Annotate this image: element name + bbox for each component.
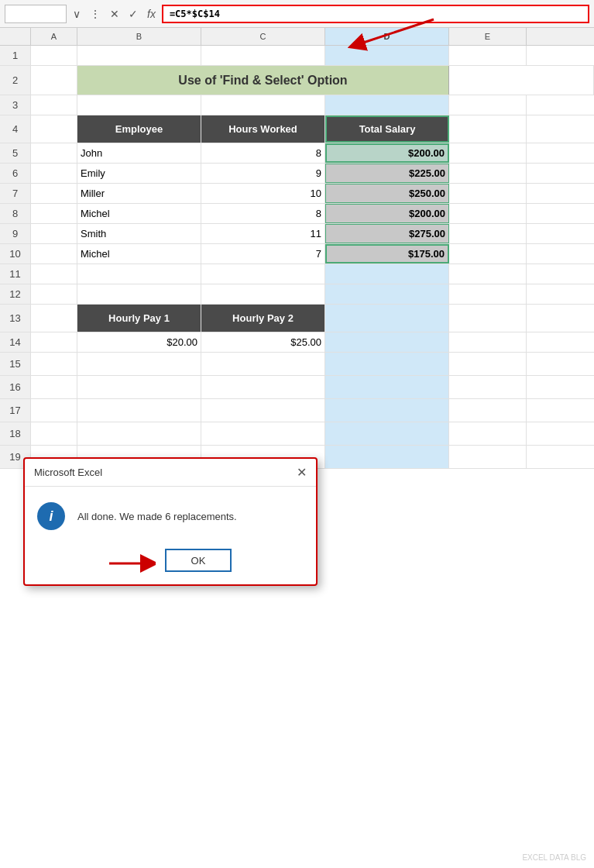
- cell-a5[interactable]: [31, 143, 77, 163]
- cell-d18[interactable]: [325, 422, 449, 445]
- cell-c1[interactable]: [201, 46, 325, 65]
- cell-a14[interactable]: [31, 332, 77, 352]
- cell-c5[interactable]: 8: [201, 143, 325, 163]
- cell-d9[interactable]: $275.00: [325, 224, 449, 243]
- cell-d7[interactable]: $250.00: [325, 184, 449, 203]
- cell-a13[interactable]: [31, 305, 77, 332]
- cell-a12[interactable]: [31, 284, 77, 304]
- cell-d14[interactable]: [325, 332, 449, 352]
- cell-c18[interactable]: [201, 422, 325, 445]
- cell-b18[interactable]: [77, 422, 201, 445]
- cell-d10[interactable]: $175.00: [325, 244, 449, 264]
- cell-d8[interactable]: $200.00: [325, 204, 449, 223]
- col-header-b[interactable]: B: [77, 28, 201, 45]
- cell-c16[interactable]: [201, 376, 325, 398]
- cell-e11[interactable]: [449, 264, 527, 284]
- cell-a4[interactable]: [31, 115, 77, 143]
- cell-e18[interactable]: [449, 422, 527, 445]
- cell-a7[interactable]: [31, 184, 77, 203]
- cell-c10[interactable]: 7: [201, 244, 325, 264]
- cell-d15[interactable]: [325, 353, 449, 375]
- cell-b13-header[interactable]: Hourly Pay 1: [77, 305, 201, 332]
- cell-a17[interactable]: [31, 399, 77, 422]
- cell-c17[interactable]: [201, 399, 325, 422]
- cell-b10[interactable]: Michel: [77, 244, 201, 264]
- cell-a16[interactable]: [31, 376, 77, 398]
- cell-b5[interactable]: John: [77, 143, 201, 163]
- cell-b15[interactable]: [77, 353, 201, 375]
- check-icon[interactable]: ✓: [125, 6, 141, 22]
- cell-a1[interactable]: [31, 46, 77, 65]
- cell-c7[interactable]: 10: [201, 184, 325, 203]
- cell-b16[interactable]: [77, 376, 201, 398]
- cell-d11[interactable]: [325, 264, 449, 284]
- cell-a3[interactable]: [31, 95, 77, 115]
- cell-d13[interactable]: [325, 305, 449, 332]
- cell-a11[interactable]: [31, 264, 77, 284]
- cell-d16[interactable]: [325, 376, 449, 398]
- cell-d19[interactable]: [325, 446, 449, 468]
- cell-e5[interactable]: [449, 143, 527, 163]
- col-header-c[interactable]: C: [201, 28, 325, 45]
- cell-e2[interactable]: [449, 66, 594, 95]
- cell-e17[interactable]: [449, 399, 527, 422]
- cell-a6[interactable]: [31, 164, 77, 183]
- cell-c9[interactable]: 11: [201, 224, 325, 243]
- cell-b2-title[interactable]: Use of 'Find & Select' Option: [77, 66, 449, 95]
- cell-b3[interactable]: [77, 95, 201, 115]
- chevron-icon[interactable]: ∨: [70, 6, 84, 22]
- cell-c12[interactable]: [201, 284, 325, 304]
- col-header-d[interactable]: D: [325, 28, 449, 45]
- cell-e6[interactable]: [449, 164, 527, 183]
- cell-a15[interactable]: [31, 353, 77, 375]
- cell-a8[interactable]: [31, 204, 77, 223]
- formula-input[interactable]: =C5*$C$14: [162, 5, 589, 23]
- cell-b17[interactable]: [77, 399, 201, 422]
- cell-b8[interactable]: Michel: [77, 204, 201, 223]
- cell-b14[interactable]: $20.00: [77, 332, 201, 352]
- cell-c14[interactable]: $25.00: [201, 332, 325, 352]
- cell-a2[interactable]: [31, 66, 77, 95]
- cell-e19[interactable]: [449, 446, 527, 468]
- cell-a9[interactable]: [31, 224, 77, 243]
- cell-c13-header[interactable]: Hourly Pay 2: [201, 305, 325, 332]
- name-box[interactable]: [5, 5, 67, 23]
- cell-e16[interactable]: [449, 376, 527, 398]
- cell-d1[interactable]: [325, 46, 449, 65]
- dialog-close-button[interactable]: ✕: [297, 465, 307, 480]
- cell-c15[interactable]: [201, 353, 325, 375]
- cell-b4-header[interactable]: Employee: [77, 115, 201, 143]
- cell-d17[interactable]: [325, 399, 449, 422]
- cell-e1[interactable]: [449, 46, 527, 65]
- cell-b9[interactable]: Smith: [77, 224, 201, 243]
- cell-d5[interactable]: $200.00: [325, 143, 449, 163]
- cell-e12[interactable]: [449, 284, 527, 304]
- cell-d3[interactable]: [325, 95, 449, 115]
- cell-c8[interactable]: 8: [201, 204, 325, 223]
- cell-e9[interactable]: [449, 224, 527, 243]
- cell-e3[interactable]: [449, 95, 527, 115]
- cell-a18[interactable]: [31, 422, 77, 445]
- cell-d4-header[interactable]: Total Salary: [325, 115, 449, 143]
- cell-b12[interactable]: [77, 284, 201, 304]
- cell-b11[interactable]: [77, 264, 201, 284]
- cell-d12[interactable]: [325, 284, 449, 304]
- cell-a10[interactable]: [31, 244, 77, 264]
- cell-d6[interactable]: $225.00: [325, 164, 449, 183]
- cell-c11[interactable]: [201, 264, 325, 284]
- cell-b6[interactable]: Emily: [77, 164, 201, 183]
- col-header-a[interactable]: A: [31, 28, 77, 45]
- cell-b1[interactable]: [77, 46, 201, 65]
- cell-e7[interactable]: [449, 184, 527, 203]
- cell-e13[interactable]: [449, 305, 527, 332]
- ok-button[interactable]: OK: [165, 549, 232, 572]
- cell-c6[interactable]: 9: [201, 164, 325, 183]
- cell-e8[interactable]: [449, 204, 527, 223]
- cell-c3[interactable]: [201, 95, 325, 115]
- dots-icon[interactable]: ⋮: [87, 6, 104, 22]
- cell-e14[interactable]: [449, 332, 527, 352]
- cell-c4-header[interactable]: Hours Worked: [201, 115, 325, 143]
- cancel-icon[interactable]: ✕: [107, 6, 122, 22]
- cell-e10[interactable]: [449, 244, 527, 264]
- cell-e4[interactable]: [449, 115, 527, 143]
